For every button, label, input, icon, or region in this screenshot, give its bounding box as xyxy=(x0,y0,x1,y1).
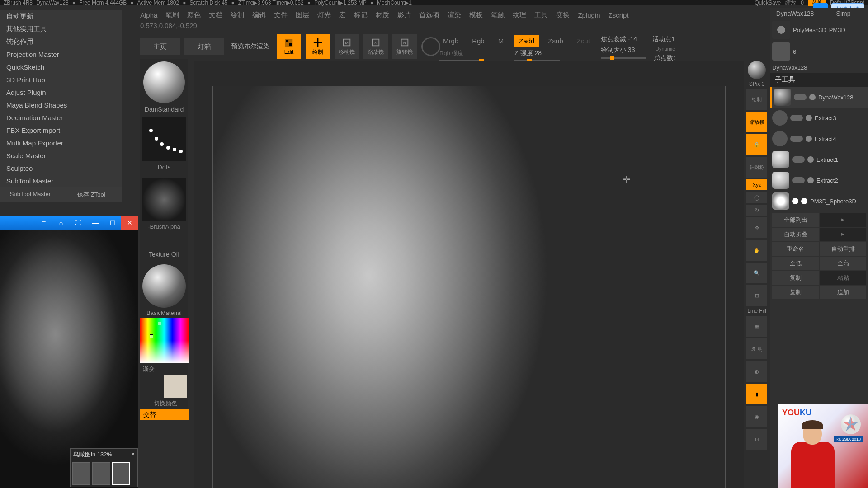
auto-reorder-button[interactable]: 自动重排 xyxy=(820,242,866,256)
menu-zplugin[interactable]: Zplugin xyxy=(578,11,600,19)
auto-collapse-button[interactable]: 自动折叠 xyxy=(772,228,819,241)
plugin-projection-master[interactable]: Projection Master xyxy=(0,48,122,61)
navigator-thumb[interactable] xyxy=(92,462,110,485)
home-icon[interactable]: ⌂ xyxy=(52,216,70,230)
menu-stroke[interactable]: 笔触 xyxy=(491,11,505,19)
append-button[interactable]: 追加 xyxy=(820,286,866,299)
menu-material[interactable]: 材质 xyxy=(376,11,389,19)
zoom-nav-icon[interactable]: 🔍 xyxy=(746,263,767,283)
all-high-button[interactable]: 全高 xyxy=(820,257,866,270)
draw-mode-button[interactable]: 绘制 xyxy=(306,34,330,59)
subtool-thumb[interactable] xyxy=(774,89,791,106)
color-swatch[interactable] xyxy=(164,375,187,398)
scale-mode-button[interactable]: S 缩放镜 xyxy=(363,34,388,59)
plugin-adjust[interactable]: Adjust Plugin xyxy=(0,86,122,99)
lasso-icon[interactable]: ◯ xyxy=(746,192,767,203)
alpha-preview[interactable] xyxy=(142,178,186,221)
move-nav-icon[interactable]: ✋ xyxy=(746,240,767,261)
navigator-panel[interactable]: 鸟瞰图in 132% × xyxy=(70,448,138,487)
menu-document[interactable]: 文档 xyxy=(209,11,222,19)
duplicate-button[interactable]: 复制 xyxy=(772,286,819,299)
subtool-item[interactable]: DynaWax128 xyxy=(770,87,868,108)
video-ad-overlay[interactable]: YOUKU RUSSIA 2018 xyxy=(778,404,868,488)
quicksave-button[interactable]: QuickSave xyxy=(755,0,781,6)
menu-marker[interactable]: 标记 xyxy=(354,11,368,19)
menu-preferences[interactable]: 首选项 xyxy=(419,11,439,19)
subtool-paint-icon[interactable] xyxy=(807,177,814,183)
tool-slot-2[interactable]: Simp xyxy=(821,10,866,17)
menu-tool[interactable]: 工具 xyxy=(534,11,548,19)
all-low-button[interactable]: 全低 xyxy=(772,257,819,270)
polyf-button[interactable]: ⊡ xyxy=(746,429,767,450)
plugin-maya-blend[interactable]: Maya Blend Shapes xyxy=(0,99,122,111)
close-icon[interactable]: ✕ xyxy=(121,216,138,230)
maximize-icon[interactable]: ☐ xyxy=(104,216,121,230)
menu-zscript[interactable]: Zscript xyxy=(609,11,629,19)
eye-icon[interactable] xyxy=(772,110,788,126)
plugin-sculpteo[interactable]: Sculpteo xyxy=(0,162,122,174)
solo-button[interactable]: ▮ xyxy=(746,384,767,404)
subtool-paint-icon[interactable] xyxy=(792,198,798,204)
subtool-thumb[interactable] xyxy=(772,172,789,189)
subtool-item[interactable]: Extract4 xyxy=(770,128,868,149)
copy-button[interactable]: 复制 xyxy=(772,271,819,285)
subtool-visibility-toggle[interactable] xyxy=(790,136,803,142)
rotate-nav-icon[interactable]: ↻ xyxy=(746,205,767,216)
alternate-button[interactable]: 交替 xyxy=(140,409,189,420)
plugin-decimation[interactable]: Decimation Master xyxy=(0,111,122,124)
zsub-button[interactable]: Zsub xyxy=(543,35,567,47)
menu-layer[interactable]: 图层 xyxy=(296,11,309,19)
reference-titlebar[interactable]: ≡ ⌂ ⛶ — ☐ ✕ xyxy=(0,216,138,230)
transp-button[interactable]: 透 明 xyxy=(746,338,767,359)
symmetry-button[interactable]: 轴对称 xyxy=(746,157,767,178)
subtool-item[interactable]: Extract3 xyxy=(770,108,868,128)
bpr-button[interactable] xyxy=(748,61,766,79)
sculpt-mesh[interactable] xyxy=(212,86,571,488)
plugin-quicksketch[interactable]: QuickSketch xyxy=(0,61,122,73)
tool-slot-1[interactable]: DynaWax128 xyxy=(772,10,818,17)
grid-button[interactable]: ▦ xyxy=(746,316,767,337)
document-canvas[interactable] xyxy=(212,86,726,488)
menu-edit[interactable]: 编辑 xyxy=(252,11,266,19)
fullscreen-icon[interactable]: ⛶ xyxy=(70,216,87,230)
subtool-header[interactable]: 子工具 xyxy=(770,73,868,87)
plugin-blunt[interactable]: 钝化作用 xyxy=(0,35,122,48)
navigator-thumb[interactable] xyxy=(72,462,90,485)
current-tool-thumb[interactable] xyxy=(772,42,790,61)
stroke-preview[interactable] xyxy=(142,117,186,161)
menu-stencil[interactable]: 模板 xyxy=(469,11,483,19)
material-preview[interactable] xyxy=(142,264,186,308)
menu-light[interactable]: 灯光 xyxy=(317,11,331,19)
rotate-mode-button[interactable]: R 旋转镜 xyxy=(392,34,417,59)
subtool-paint-icon[interactable] xyxy=(809,94,816,100)
plugin-subtool-master[interactable]: SubTool Master xyxy=(0,174,122,187)
mrgb-button[interactable]: Mrgb xyxy=(439,35,463,47)
subtool-thumb[interactable] xyxy=(772,151,789,168)
viewport[interactable]: ✛ xyxy=(194,61,744,488)
home-tab[interactable]: 主页 xyxy=(140,38,180,55)
subtool-item[interactable]: Extract1 xyxy=(770,149,868,170)
reference-image[interactable]: 鸟瞰图in 132% × xyxy=(0,230,138,488)
polymesh-star-icon[interactable] xyxy=(772,21,790,39)
zcut-button[interactable]: Zcut xyxy=(572,35,594,47)
local-button[interactable]: 🔒 xyxy=(746,134,767,155)
plugin-auto-update[interactable]: 自动更新 xyxy=(0,10,122,23)
plugin-multi-map[interactable]: Multi Map Exporter xyxy=(0,136,122,149)
hamburger-icon[interactable]: ≡ xyxy=(35,216,52,230)
menu-alpha[interactable]: Alpha xyxy=(140,11,157,19)
menu-render[interactable]: 渲染 xyxy=(448,11,461,19)
subtool-visibility-toggle[interactable] xyxy=(792,177,805,183)
menu-brush[interactable]: 笔刷 xyxy=(165,11,179,19)
color-picker[interactable] xyxy=(140,318,189,363)
xpose-button[interactable]: ◉ xyxy=(746,406,767,427)
edit-mode-button[interactable]: Edit xyxy=(277,34,301,59)
menu-movie[interactable]: 影片 xyxy=(397,11,411,19)
plugin-3d-print-hub[interactable]: 3D Print Hub xyxy=(0,73,122,86)
plugin-fbx[interactable]: FBX ExportImport xyxy=(0,124,122,136)
lightbox-tab[interactable]: 灯箱 xyxy=(184,38,224,55)
arrow-icon[interactable]: ▸ xyxy=(820,228,866,241)
plugin-misc-tools[interactable]: 其他实用工具 xyxy=(0,23,122,35)
subtool-paint-icon[interactable] xyxy=(806,136,812,142)
subtool-item[interactable]: PM3D_Sphere3D xyxy=(770,191,868,211)
rgb-button[interactable]: Rgb xyxy=(467,35,489,47)
